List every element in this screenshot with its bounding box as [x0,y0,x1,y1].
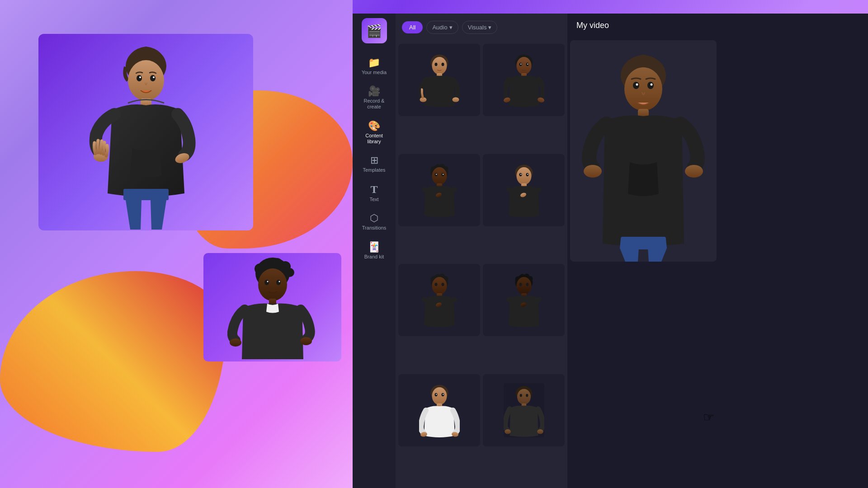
sidebar-item-content-library[interactable]: 🎨 Contentlibrary [355,116,393,150]
svg-point-88 [436,394,437,394]
svg-point-5 [153,76,155,78]
svg-point-26 [434,63,437,66]
avatar-4-svg [504,163,544,217]
content-library-icon: 🎨 [368,121,380,131]
sidebar-item-templates[interactable]: ⊞ Templates [355,150,393,178]
main-panel: All Audio ▾ Visuals ▾ [396,14,567,488]
avatar-8-svg [504,383,544,437]
avatar-6-svg [504,273,544,327]
svg-point-17 [264,280,269,285]
svg-point-20 [278,281,280,282]
my-video-title: My video [576,21,609,30]
svg-point-58 [527,174,528,174]
svg-point-18 [276,280,281,285]
svg-point-48 [436,174,437,174]
svg-point-78 [516,277,531,295]
sidebar-item-label: Text [369,197,378,202]
svg-point-79 [519,283,522,286]
filter-visuals-label: Visuals [468,24,487,31]
svg-point-105 [636,84,638,86]
svg-point-108 [584,165,602,178]
avatar-card-5[interactable] [398,264,480,336]
svg-point-15 [285,268,294,277]
svg-point-3 [150,75,156,81]
avatar-grid [396,41,567,484]
avatar-7-svg [419,383,460,437]
svg-point-68 [434,283,437,286]
svg-point-100 [537,429,543,434]
preview-area [0,0,353,488]
audio-chevron-icon: ▾ [449,24,453,31]
avatar-card-3[interactable] [398,154,480,226]
sidebar-item-your-media[interactable]: 📁 Your media [355,52,393,81]
svg-point-27 [441,63,444,66]
svg-point-2 [137,75,142,81]
logo-icon: 🎬 [366,23,382,38]
avatar-card-4[interactable] [483,154,565,226]
sidebar-item-transitions[interactable]: ⬡ Transitions [355,208,393,236]
cursor-pointer: ☞ [703,410,714,425]
svg-point-45 [432,167,447,185]
svg-rect-9 [123,189,169,200]
sidebar: 🎬 📁 Your media 🎥 Record &create 🎨 Conten… [353,14,396,488]
filter-visuals-button[interactable]: Visuals ▾ [462,21,498,34]
svg-point-16 [258,268,287,301]
svg-point-67 [432,277,447,295]
avatar-5-svg [419,273,460,327]
avatar-1-svg [419,53,460,107]
main-avatar-svg [87,35,205,230]
text-icon: T [370,184,377,195]
sidebar-item-label: Your media [362,70,387,75]
svg-point-69 [441,283,444,286]
svg-point-22 [230,338,241,347]
filter-audio-button[interactable]: Audio ▾ [426,21,458,34]
avatar-2-svg [504,53,544,107]
svg-point-25 [432,57,447,75]
svg-point-36 [527,64,528,65]
svg-point-57 [520,174,521,174]
svg-point-96 [519,394,522,397]
right-card-1[interactable] [570,40,717,262]
avatar-card-8[interactable] [483,374,565,446]
brand-kit-icon: 🃏 [368,242,380,252]
sidebar-item-record-create[interactable]: 🎥 Record &create [355,81,393,115]
sidebar-item-label: Contentlibrary [365,133,383,145]
avatar-card-6[interactable] [483,264,565,336]
svg-point-54 [516,167,531,185]
svg-point-23 [300,337,312,345]
svg-point-89 [443,394,443,394]
record-icon: 🎥 [368,86,380,96]
sidebar-item-label: Transitions [362,225,386,231]
right-panel: My video [567,14,868,488]
visuals-chevron-icon: ▾ [488,24,491,31]
logo: 🎬 [362,18,387,43]
sidebar-item-brand-kit[interactable]: 🃏 Brand kit [355,237,393,265]
svg-point-1 [128,60,164,101]
svg-point-99 [505,429,511,434]
svg-point-103 [633,82,639,89]
right-avatar-svg [580,40,707,262]
avatar-card-2[interactable] [483,44,565,116]
svg-point-97 [526,394,528,397]
svg-point-32 [516,57,531,75]
svg-point-19 [267,281,268,282]
avatar-card-1[interactable] [398,44,480,116]
small-avatar-svg [227,255,318,359]
folder-icon: 📁 [368,58,380,68]
svg-rect-110 [621,237,666,249]
sidebar-item-label: Record &create [364,98,385,110]
svg-point-104 [647,82,654,89]
right-panel-header: My video [567,14,868,38]
sidebar-item-text[interactable]: T Text [355,178,393,208]
filter-bar: All Audio ▾ Visuals ▾ [396,14,567,41]
small-video-card [203,253,341,361]
svg-point-109 [685,165,703,178]
svg-point-106 [650,84,652,86]
filter-all-button[interactable]: All [402,21,423,33]
right-panel-content [567,38,868,264]
svg-point-35 [520,64,521,65]
svg-point-85 [432,387,447,405]
svg-point-30 [452,97,459,102]
avatar-card-7[interactable] [398,374,480,446]
sidebar-item-label: Brand kit [364,254,384,260]
